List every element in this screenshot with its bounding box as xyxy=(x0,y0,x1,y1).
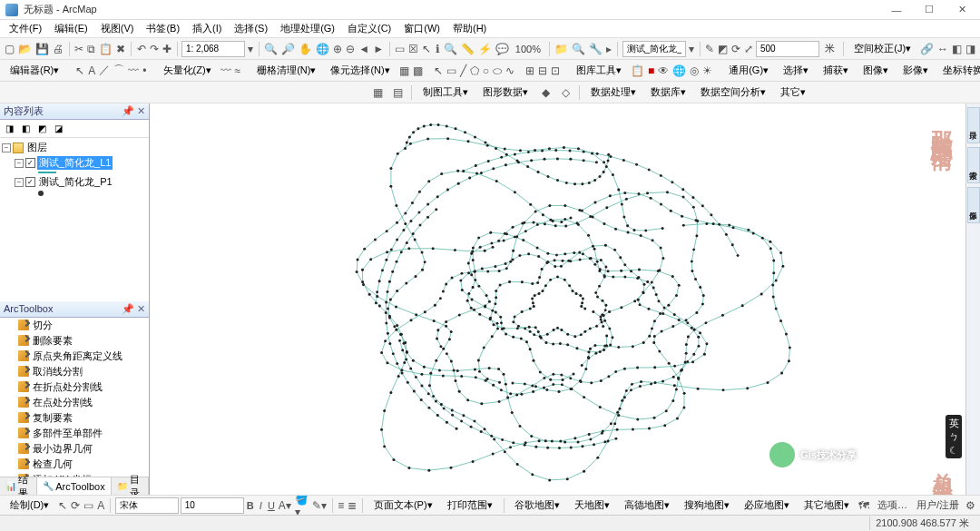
sogou-map[interactable]: 搜狗地图▾ xyxy=(678,497,736,515)
pointer2-icon[interactable]: ↖ xyxy=(57,497,68,515)
grid3-icon[interactable]: ⊡ xyxy=(550,62,561,80)
vectorize2-icon[interactable]: ≈ xyxy=(234,62,242,80)
expander-icon[interactable]: − xyxy=(15,178,24,187)
edit-annotation-icon[interactable]: A xyxy=(87,62,96,80)
group-image[interactable]: 图像▾ xyxy=(857,62,895,80)
toolbox-item[interactable]: 切分 xyxy=(0,318,149,333)
link-icon[interactable]: 🔗 xyxy=(919,40,935,58)
imagery-tab[interactable]: 影像 xyxy=(967,187,980,223)
spatial-analysis-menu[interactable]: 数据空间分析▾ xyxy=(694,84,772,102)
group-select[interactable]: 选择▾ xyxy=(777,62,815,80)
straight-segment-icon[interactable]: ／ xyxy=(98,62,111,80)
clear-selection-icon[interactable]: ☒ xyxy=(407,40,419,58)
search-icon[interactable]: 🔍 xyxy=(571,40,586,58)
dropdown-icon[interactable]: ▾ xyxy=(247,40,254,58)
menu-help[interactable]: 帮助(H) xyxy=(447,20,492,37)
adjust-icon[interactable]: ↔ xyxy=(936,40,949,58)
vectorize-menu[interactable]: 矢量化(Z) ▾ xyxy=(157,62,218,80)
close-button[interactable]: ✕ xyxy=(949,2,975,18)
target-icon[interactable]: ◎ xyxy=(689,62,700,80)
toolbox-item[interactable]: 在折点处分割线 xyxy=(0,379,149,395)
checkbox-icon[interactable]: ✓ xyxy=(25,177,35,187)
toolbox-item[interactable]: 原点夹角距离定义线 xyxy=(0,349,149,364)
table-icon[interactable]: ▦ xyxy=(368,84,387,102)
search-tab[interactable]: 搜索 xyxy=(967,147,980,183)
list-visibility-icon[interactable]: ◩ xyxy=(34,122,49,136)
list-selection-icon[interactable]: ◪ xyxy=(51,122,65,136)
modify-icon[interactable]: ◩ xyxy=(717,40,729,58)
print-icon[interactable]: 🖨 xyxy=(52,40,64,58)
extra1-icon[interactable]: ◆ xyxy=(536,84,554,102)
circle-icon[interactable]: ○ xyxy=(482,62,490,80)
user-login[interactable]: 用户/注册 xyxy=(913,498,963,512)
menu-window[interactable]: 窗口(W) xyxy=(398,20,446,37)
tianditu-map[interactable]: 天地图▾ xyxy=(568,497,616,515)
sun-icon[interactable]: ☀ xyxy=(701,62,713,80)
bing-map[interactable]: 必应地图▾ xyxy=(738,497,796,515)
editor-menu[interactable]: 编辑器(R) ▾ xyxy=(4,62,65,80)
arc-segment-icon[interactable]: ⌒ xyxy=(113,62,125,80)
menu-geoprocessing[interactable]: 地理处理(G) xyxy=(275,20,340,37)
italic-icon[interactable]: I xyxy=(257,497,265,515)
database-menu[interactable]: 数据库▾ xyxy=(644,84,692,102)
point-icon[interactable]: • xyxy=(142,62,147,80)
vectorize-icon[interactable]: 〰 xyxy=(220,62,232,80)
toolbox-item[interactable]: 取消线分割 xyxy=(0,364,149,379)
toolbox-item[interactable]: 最小边界几何 xyxy=(0,441,149,457)
zoom-out-icon[interactable]: 🔎 xyxy=(280,40,296,58)
grid-icon[interactable]: ▦ xyxy=(398,62,410,80)
layer-icon[interactable]: 📋 xyxy=(630,62,645,80)
gaode-map[interactable]: 高德地图▾ xyxy=(618,497,676,515)
layer-select-combo[interactable] xyxy=(622,41,686,57)
python-icon[interactable]: ▸ xyxy=(605,40,612,58)
graphic-data-menu[interactable]: 图形数据▾ xyxy=(476,84,534,102)
globe-icon[interactable]: 🌐 xyxy=(671,62,687,80)
rubber-icon[interactable]: ◨ xyxy=(965,40,976,58)
distance-input[interactable] xyxy=(756,41,819,57)
toolbox-item[interactable]: 删除要素 xyxy=(0,333,149,349)
dropdown-icon[interactable]: ▾ xyxy=(688,40,695,58)
open-icon[interactable]: 📂 xyxy=(17,40,33,58)
other-menu[interactable]: 其它▾ xyxy=(774,84,812,102)
fill-color-icon[interactable]: 🪣▾ xyxy=(294,497,309,515)
new-icon[interactable]: ▢ xyxy=(4,40,15,58)
map-layer-icon[interactable]: 🗺 xyxy=(858,497,870,515)
layer-label[interactable]: 测试_简化龙_P1 xyxy=(37,175,114,189)
grid2-icon[interactable]: ⊟ xyxy=(537,62,548,80)
spy-icon[interactable]: 👁 xyxy=(657,62,670,80)
align-left-icon[interactable]: ≡ xyxy=(337,497,345,515)
toolbox-item[interactable]: 在点处分割线 xyxy=(0,395,149,410)
curve-icon[interactable]: ∿ xyxy=(505,62,515,80)
menu-edit[interactable]: 编辑(E) xyxy=(49,20,93,37)
scale-icon[interactable]: ⤢ xyxy=(743,40,754,58)
edit-tool-icon[interactable]: ↖ xyxy=(74,62,85,80)
extra2-icon[interactable]: ◇ xyxy=(556,84,574,102)
toolbox-item[interactable]: 复制要素 xyxy=(0,410,149,426)
other-map[interactable]: 其它地图▾ xyxy=(798,497,856,515)
rotate2-icon[interactable]: ⟳ xyxy=(70,497,81,515)
map-canvas[interactable]: 那时候的爱情 总想起当天的星光 Gis技术分享 英ㄅ☾ xyxy=(150,103,965,495)
drawing-tools-menu[interactable]: 图库工具 ▾ xyxy=(570,62,628,80)
save-icon[interactable]: 💾 xyxy=(34,40,50,58)
polygon-icon[interactable]: ⬠ xyxy=(469,62,480,80)
tab-catalog[interactable]: 📁 目录 xyxy=(112,477,149,495)
pan-icon[interactable]: ✋ xyxy=(298,40,313,58)
fixed-zoom-out-icon[interactable]: ⊖ xyxy=(345,40,356,58)
checkbox-icon[interactable]: ✓ xyxy=(25,158,35,168)
text-icon[interactable]: A xyxy=(96,497,105,515)
align-center-icon[interactable]: ≣ xyxy=(347,497,358,515)
menu-file[interactable]: 文件(F) xyxy=(4,20,47,37)
font-color-icon[interactable]: A▾ xyxy=(278,497,292,515)
spatial-adjust-menu[interactable]: 空间校正(J) ▾ xyxy=(848,40,917,58)
line2-icon[interactable]: ╱ xyxy=(459,62,467,80)
scale-combo[interactable] xyxy=(181,41,245,57)
hyperlink-icon[interactable]: ⚡ xyxy=(477,40,493,58)
carto-tools-menu[interactable]: 制图工具▾ xyxy=(416,84,475,102)
copy-icon[interactable]: ⧉ xyxy=(86,40,96,58)
bold-icon[interactable]: B xyxy=(246,497,255,515)
pin-icon[interactable]: 📌 ✕ xyxy=(122,105,145,117)
group-imagery[interactable]: 影像▾ xyxy=(897,62,935,80)
menu-insert[interactable]: 插入(I) xyxy=(187,20,227,37)
transform-icon[interactable]: ◧ xyxy=(951,40,963,58)
menu-customize[interactable]: 自定义(C) xyxy=(342,20,397,37)
